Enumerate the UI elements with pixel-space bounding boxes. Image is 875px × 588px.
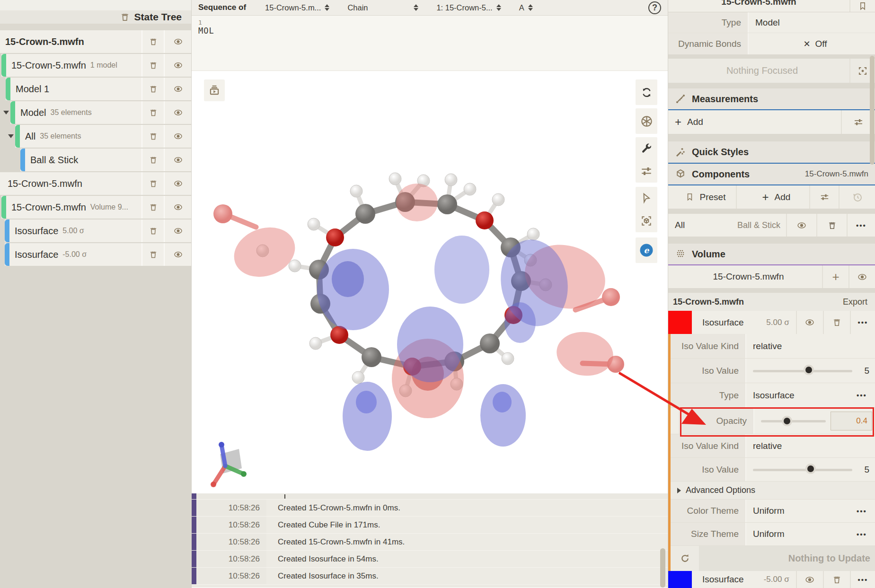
isosurface-color-swatch-blue[interactable] [668, 571, 692, 588]
collapse-arrow-icon[interactable] [3, 111, 9, 114]
iso-value-kind-value[interactable]: relative [746, 434, 875, 457]
slider-knob[interactable] [782, 416, 792, 426]
trash-icon[interactable] [141, 30, 164, 53]
tree-item-data[interactable]: 15-Crown-5.mwfn1 model [0, 54, 191, 77]
panel-scrollbar[interactable] [870, 56, 875, 165]
tree-item-isosurface-negative[interactable]: Isosurface-5.00 σ [0, 243, 191, 266]
molstar-logo-icon[interactable]: e [636, 239, 657, 262]
trash-icon[interactable] [141, 243, 164, 266]
more-options-icon[interactable]: ••• [850, 571, 875, 588]
more-options-icon[interactable]: ••• [850, 311, 875, 334]
viewport-3d-canvas[interactable]: e [192, 71, 668, 493]
size-theme-value[interactable]: Uniform [746, 523, 848, 545]
trash-icon[interactable] [816, 214, 847, 237]
more-options-icon[interactable]: ••• [847, 214, 875, 237]
eye-icon[interactable] [164, 196, 191, 219]
tree-item-badge: Volume 9... [90, 203, 128, 211]
state-snapshots-icon[interactable] [204, 79, 225, 101]
log-message: Created 15-Crown-5.mwfn in 0ms. [266, 500, 668, 516]
trash-icon[interactable] [141, 54, 164, 77]
eye-icon[interactable] [848, 265, 875, 288]
eye-icon[interactable] [164, 149, 191, 171]
preset-button[interactable]: Preset [668, 185, 736, 209]
trash-icon[interactable] [141, 101, 164, 124]
add-measurement-button[interactable]: + Add [668, 110, 841, 134]
tree-item-volume-data[interactable]: 15-Crown-5.mwfnVolume 9... [0, 196, 191, 219]
more-options-icon[interactable]: ••• [848, 500, 875, 522]
bookmark-icon[interactable] [849, 0, 875, 12]
chain-select[interactable]: Chain [347, 3, 418, 12]
tree-item-all[interactable]: All35 elements [0, 125, 191, 148]
eye-icon[interactable] [796, 311, 823, 334]
opacity-slider[interactable] [761, 412, 826, 430]
eye-icon[interactable] [164, 243, 191, 266]
opacity-input[interactable]: 0.4 [831, 412, 872, 430]
trash-icon[interactable] [120, 12, 130, 22]
collapse-arrow-icon[interactable] [8, 134, 14, 138]
tree-item-root[interactable]: 15-Crown-5.mwfn [0, 30, 191, 53]
isosurface-positive-row[interactable]: Isosurface 5.00 σ ••• [668, 311, 875, 334]
isosurface-color-swatch-red[interactable] [668, 311, 692, 334]
components-section-header[interactable]: Components 15-Crown-5.mwfn [668, 164, 875, 185]
trash-icon[interactable] [141, 125, 164, 148]
volume-entry-row[interactable]: 15-Crown-5.mwfn + [668, 265, 875, 288]
eye-icon[interactable] [164, 172, 191, 195]
focus-box-icon[interactable] [636, 210, 657, 232]
quick-styles-section-header[interactable]: Quick Styles [668, 141, 875, 164]
trash-icon[interactable] [141, 196, 164, 219]
trash-icon[interactable] [141, 172, 164, 195]
eye-icon[interactable] [164, 219, 191, 242]
more-options-icon[interactable]: ••• [848, 523, 875, 545]
representation-type-value[interactable]: Isosurface [746, 383, 848, 407]
tree-item-model1[interactable]: Model 1 [0, 78, 191, 100]
trash-icon[interactable] [141, 219, 164, 242]
controls-wrench-icon[interactable] [636, 137, 657, 160]
trash-icon[interactable] [141, 78, 164, 100]
volume-section-header[interactable]: Volume [668, 244, 875, 265]
iso-value-kind-value[interactable]: relative [746, 334, 875, 358]
eye-icon[interactable] [164, 54, 191, 77]
tree-item-volume-root[interactable]: 15-Crown-5.mwfn [0, 172, 191, 195]
eye-icon[interactable] [164, 101, 191, 124]
structure-select[interactable]: 15-Crown-5.m... [265, 3, 329, 12]
eye-icon[interactable] [164, 30, 191, 53]
tree-item-ball-and-stick[interactable]: Ball & Stick [0, 149, 191, 171]
eye-icon[interactable] [164, 125, 191, 148]
slider-knob[interactable] [805, 464, 816, 474]
log-scrollbar[interactable] [660, 548, 665, 588]
export-button[interactable]: Export [823, 293, 875, 311]
eye-icon[interactable] [786, 214, 816, 237]
help-icon[interactable]: ? [648, 1, 661, 14]
iso-value-slider[interactable] [753, 361, 852, 380]
selection-cursor-icon[interactable] [636, 187, 657, 210]
trash-icon[interactable] [141, 149, 164, 171]
isosurface-negative-row[interactable]: Isosurface -5.00 σ ••• [668, 571, 875, 588]
eye-icon[interactable] [796, 571, 823, 588]
settings-sliders-icon[interactable] [636, 160, 657, 183]
component-options-icon[interactable] [809, 185, 839, 209]
more-options-icon[interactable]: ••• [848, 383, 875, 407]
entity-select[interactable]: 1: 15-Crown-5... [436, 3, 501, 12]
screenshot-icon[interactable] [636, 110, 657, 132]
add-component-button[interactable]: + Add [736, 185, 809, 209]
advanced-options-toggle[interactable]: Advanced Options [671, 482, 875, 500]
preset-bookmark-icon [685, 192, 694, 202]
trash-icon[interactable] [823, 571, 850, 588]
color-theme-value[interactable]: Uniform [746, 500, 848, 522]
dynamic-bonds-toggle[interactable]: ✕ Off [749, 33, 875, 54]
refresh-icon[interactable] [671, 546, 699, 571]
chain-id-select[interactable]: A [519, 3, 533, 12]
isosurface-name: Isosurface [692, 311, 744, 334]
slider-knob[interactable] [804, 365, 814, 375]
tree-item-model[interactable]: Model35 elements [0, 101, 191, 124]
entry-header[interactable]: 15-Crown-5.mwfn [668, 0, 875, 12]
component-row-all[interactable]: All Ball & Stick ••• [668, 214, 875, 237]
plus-icon[interactable]: + [822, 265, 848, 288]
reset-camera-icon[interactable] [636, 81, 657, 104]
iso-value-slider-2[interactable] [753, 460, 852, 479]
tree-item-isosurface-positive[interactable]: Isosurface5.00 σ [0, 219, 191, 242]
sequence-residue[interactable]: MOL [198, 26, 668, 35]
eye-icon[interactable] [164, 78, 191, 100]
trash-icon[interactable] [823, 311, 850, 334]
measurements-section-header[interactable]: Measurements [668, 88, 875, 110]
